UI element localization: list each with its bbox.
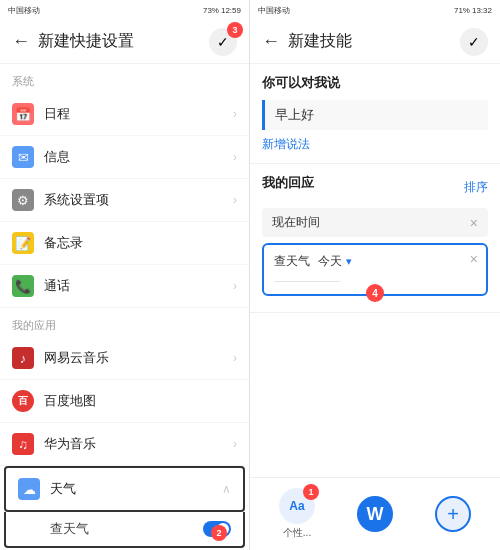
right-carrier: 中国移动 [258, 5, 290, 16]
message-label: 信息 [44, 148, 233, 166]
weather-icon: ☁ [18, 478, 40, 500]
check-weather-label: 查天气 [50, 520, 203, 538]
sub-item-check-weather[interactable]: 查天气 2 [4, 512, 245, 548]
list-item-weather[interactable]: ☁ 天气 ∧ [4, 466, 245, 512]
left-carrier: 中国移动 [8, 5, 40, 16]
main-logo-icon: W [357, 496, 393, 532]
right-time-battery: 71% 13:32 [454, 6, 492, 15]
personalize-icon: Aa 1 [279, 488, 315, 524]
add-icon: + [435, 496, 471, 532]
left-header-title: 新建快捷设置 [38, 31, 209, 52]
personalize-label: 个性... [283, 526, 311, 540]
response-header: 我的回应 排序 [262, 174, 488, 200]
left-back-button[interactable]: ← [12, 31, 30, 52]
section-system-label: 系统 [0, 64, 249, 93]
netease-label: 网易云音乐 [44, 349, 233, 367]
chevron-icon: › [233, 107, 237, 121]
left-scroll-area[interactable]: 系统 📅 日程 › ✉ 信息 › ⚙ 系统设置项 › 📝 备忘录 📞 通话 › … [0, 64, 249, 550]
right-scroll-area[interactable]: 你可以对我说 早上好 新增说法 我的回应 排序 现在时间 × 查天气 [250, 64, 500, 477]
toolbar-main-button[interactable]: W [357, 496, 393, 532]
right-phone-panel: 中国移动 71% 13:32 ← 新建技能 ✓ 你可以对我说 早上好 新增说法 … [250, 0, 500, 550]
baidu-label: 百度地图 [44, 392, 237, 410]
list-item-huawei-music[interactable]: ♫ 华为音乐 › [0, 423, 249, 466]
phrase-box: 早上好 [262, 100, 488, 130]
check-icon: ✓ [217, 34, 229, 50]
section-apps-label: 我的应用 [0, 308, 249, 337]
list-item-memo[interactable]: 📝 备忘录 [0, 222, 249, 265]
memo-label: 备忘录 [44, 234, 237, 252]
chevron-icon-4: › [233, 279, 237, 293]
memo-icon: 📝 [12, 232, 34, 254]
settings-icon: ⚙ [12, 189, 34, 211]
right-check-icon: ✓ [468, 34, 480, 50]
chevron-icon-2: › [233, 150, 237, 164]
sub-item-badge: 2 [211, 525, 227, 541]
left-check-button[interactable]: ✓ 3 [209, 28, 237, 56]
bottom-toolbar: Aa 1 个性... W + [250, 477, 500, 550]
dropdown-arrow-icon: ▾ [346, 255, 352, 268]
huawei-music-icon: ♫ [12, 433, 34, 455]
card-dropdown-text[interactable]: 今天 [318, 253, 342, 270]
list-item-baidu[interactable]: 百 百度地图 [0, 380, 249, 423]
my-response-section: 我的回应 排序 现在时间 × 查天气 今天 ▾ —————— × [250, 164, 500, 313]
schedule-label: 日程 [44, 105, 233, 123]
list-item-netease[interactable]: ♪ 网易云音乐 › [0, 337, 249, 380]
chevron-netease: › [233, 351, 237, 365]
right-back-button[interactable]: ← [262, 31, 280, 52]
right-header-title: 新建技能 [288, 31, 460, 52]
left-status-bar: 中国移动 73% 12:59 [0, 0, 249, 20]
header-badge: 3 [227, 22, 243, 38]
left-time: 12:59 [221, 6, 241, 15]
you-can-say-section: 你可以对我说 早上好 新增说法 [250, 64, 500, 164]
add-phrase-button[interactable]: 新增说法 [262, 136, 488, 153]
right-header: ← 新建技能 ✓ [250, 20, 500, 64]
right-battery: 71% [454, 6, 470, 15]
calendar-icon: 📅 [12, 103, 34, 125]
list-item-message[interactable]: ✉ 信息 › [0, 136, 249, 179]
response-tag-time: 现在时间 × [262, 208, 488, 237]
toolbar-add-button[interactable]: + [435, 496, 471, 532]
list-item-schedule[interactable]: 📅 日程 › [0, 93, 249, 136]
sort-button[interactable]: 排序 [464, 179, 488, 196]
chevron-icon-3: › [233, 193, 237, 207]
response-card-weather[interactable]: 查天气 今天 ▾ —————— × 4 [262, 243, 488, 296]
toolbar-personalize-button[interactable]: Aa 1 个性... [279, 488, 315, 540]
netease-icon: ♪ [12, 347, 34, 369]
time-tag-close[interactable]: × [470, 215, 478, 231]
card-row-main: 查天气 今天 ▾ [274, 253, 476, 270]
toolbar-badge: 1 [303, 484, 319, 500]
chevron-weather: ∧ [222, 482, 231, 496]
chevron-huawei: › [233, 437, 237, 451]
message-icon: ✉ [12, 146, 34, 168]
card-close-button[interactable]: × [470, 251, 478, 267]
phrase-text: 早上好 [275, 107, 314, 122]
call-icon: 📞 [12, 275, 34, 297]
time-tag-text: 现在时间 [272, 214, 470, 231]
left-time-battery: 73% 12:59 [203, 6, 241, 15]
call-label: 通话 [44, 277, 233, 295]
right-status-bar: 中国移动 71% 13:32 [250, 0, 500, 20]
right-check-button[interactable]: ✓ [460, 28, 488, 56]
baidu-icon: 百 [12, 390, 34, 412]
weather-label: 天气 [50, 480, 222, 498]
card-badge: 4 [366, 284, 384, 302]
left-phone-panel: 中国移动 73% 12:59 ← 新建快捷设置 ✓ 3 系统 📅 日程 › ✉ … [0, 0, 250, 550]
response-title: 我的回应 [262, 174, 314, 192]
you-can-say-title: 你可以对我说 [262, 74, 488, 92]
right-time: 13:32 [472, 6, 492, 15]
left-header: ← 新建快捷设置 ✓ 3 [0, 20, 249, 64]
huawei-music-label: 华为音乐 [44, 435, 233, 453]
left-battery: 73% [203, 6, 219, 15]
list-item-settings[interactable]: ⚙ 系统设置项 › [0, 179, 249, 222]
settings-label: 系统设置项 [44, 191, 233, 209]
list-item-call[interactable]: 📞 通话 › [0, 265, 249, 308]
card-main-text: 查天气 [274, 253, 310, 270]
